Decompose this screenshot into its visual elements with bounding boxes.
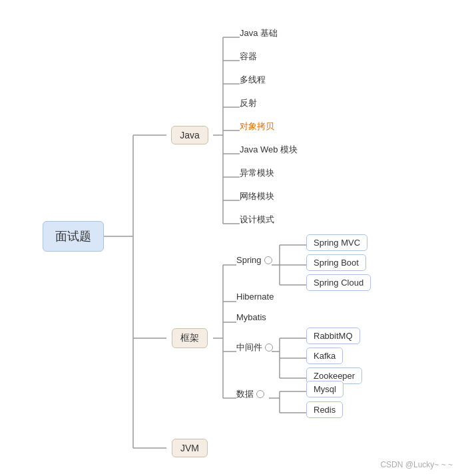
- mybatis-node: Mybatis: [236, 310, 266, 324]
- java-child-1: Java 基础: [240, 25, 278, 41]
- framework-node: 框架: [166, 326, 213, 350]
- spring-child-cloud: Spring Cloud: [306, 274, 371, 291]
- data-collapse-icon: [256, 390, 264, 398]
- hibernate-node: Hibernate: [236, 290, 274, 304]
- java-child-8: 网络模块: [240, 188, 274, 204]
- rabbitmq-node: RabbitMQ: [306, 328, 360, 344]
- java-child-2: 容器: [240, 49, 257, 65]
- root-label: 面试题: [43, 221, 104, 252]
- root-node: 面试题: [40, 220, 107, 253]
- spring-collapse-icon: [264, 256, 272, 264]
- watermark: CSDN @Lucky~ ~ ~: [380, 460, 453, 469]
- java-child-9: 设计模式: [240, 212, 274, 228]
- jvm-label: JVM: [172, 439, 208, 457]
- java-child-4: 反射: [240, 95, 257, 111]
- middleware-collapse-icon: [265, 344, 273, 352]
- java-child-7: 异常模块: [240, 165, 274, 181]
- java-child-6: Java Web 模块: [240, 142, 298, 158]
- data-node: 数据: [236, 386, 264, 402]
- java-child-3: 多线程: [240, 72, 266, 88]
- java-child-5: 对象拷贝: [240, 119, 274, 134]
- mysql-node: Mysql: [306, 381, 344, 397]
- middleware-node: 中间件: [236, 340, 273, 356]
- jvm-node: JVM: [166, 436, 213, 460]
- framework-label: 框架: [172, 328, 208, 348]
- spring-child-boot: Spring Boot: [306, 254, 366, 271]
- kafka-node: Kafka: [306, 348, 343, 364]
- mindmap: 面试题 Java Java 基础 容器 多线程 反射 对象拷贝 Java Web…: [0, 0, 462, 476]
- java-node: Java: [166, 123, 213, 147]
- spring-child-mvc: Spring MVC: [306, 234, 367, 251]
- java-label: Java: [171, 126, 208, 144]
- redis-node: Redis: [306, 401, 343, 418]
- spring-node: Spring: [236, 253, 272, 267]
